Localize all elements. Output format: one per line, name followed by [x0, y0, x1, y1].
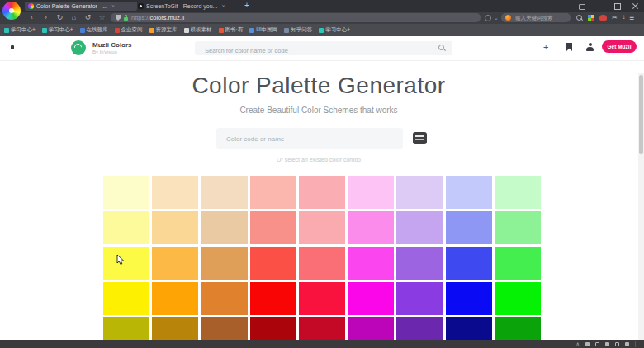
palette-swatch[interactable]	[201, 247, 247, 280]
minimize-button[interactable]	[596, 2, 604, 10]
star-icon[interactable]: ☆	[96, 12, 108, 23]
page-scrollbar[interactable]	[638, 73, 644, 348]
close-button[interactable]	[632, 2, 640, 10]
extension-icon[interactable]	[485, 15, 491, 21]
address-bar[interactable]: https://colors.muz.li	[111, 13, 481, 22]
palette-swatch[interactable]	[250, 176, 296, 209]
get-muzli-button[interactable]: Get Muzli	[602, 40, 637, 53]
history-icon[interactable]: ↺	[82, 12, 94, 23]
bookmark-favicon	[4, 28, 9, 33]
palette-swatch[interactable]	[103, 247, 149, 280]
home-icon[interactable]: ⌂	[68, 12, 80, 23]
tab-close-icon[interactable]: ×	[221, 3, 225, 9]
palette-swatch[interactable]	[446, 282, 492, 315]
palette-swatch[interactable]	[348, 211, 394, 244]
palette-swatch[interactable]	[299, 211, 345, 244]
reload-icon[interactable]: ↻	[54, 12, 66, 23]
forward-icon[interactable]: ›	[40, 12, 52, 23]
site-search[interactable]	[195, 41, 452, 55]
tab-color-palette-generator[interactable]: Color Palette Generator - ... ×	[25, 2, 137, 11]
add-palette-button[interactable]: +	[543, 42, 548, 52]
bookmark-item[interactable]: 学习中心+	[319, 26, 350, 34]
scissors-extension-icon[interactable]: ✂	[612, 15, 618, 21]
palette-swatch[interactable]	[396, 211, 443, 244]
network-icon[interactable]	[595, 342, 599, 346]
palette-swatch[interactable]	[446, 211, 492, 244]
back-icon[interactable]: ‹	[26, 12, 38, 23]
bookmark-item[interactable]: 企业空间	[115, 26, 143, 34]
palette-swatch[interactable]	[396, 176, 443, 209]
image-picker-button[interactable]	[413, 132, 427, 144]
popout-icon[interactable]	[579, 4, 585, 10]
palette-swatch[interactable]	[348, 247, 394, 280]
palette-swatch[interactable]	[152, 282, 198, 315]
screen: Color Palette Generator - ... × ScreenTo…	[0, 0, 644, 348]
bookmark-item[interactable]: 学习中心+	[42, 26, 73, 34]
tray-app-icon[interactable]	[585, 342, 590, 346]
maximize-button[interactable]	[614, 2, 622, 10]
cloud-extension-icon[interactable]	[599, 15, 607, 21]
palette-swatch[interactable]	[201, 282, 247, 315]
muzli-logo[interactable]	[71, 40, 86, 55]
palette-swatch[interactable]	[396, 247, 443, 280]
new-tab-button[interactable]: +	[244, 1, 249, 11]
bookmark-icon[interactable]	[566, 43, 572, 51]
palette-swatch[interactable]	[446, 176, 492, 209]
palette-swatch[interactable]	[299, 282, 345, 315]
tab-close-icon[interactable]: ×	[111, 3, 115, 9]
browser-search-box[interactable]	[501, 13, 571, 22]
palette-swatch[interactable]	[250, 247, 296, 280]
palette-swatch[interactable]	[250, 211, 296, 244]
sidebar-toggle-icon[interactable]	[11, 45, 14, 49]
palette-swatch[interactable]	[103, 176, 149, 209]
bookmark-item[interactable]: 知乎问答	[284, 26, 312, 34]
color-code-input[interactable]	[216, 128, 391, 149]
browser-search-input[interactable]	[514, 14, 566, 21]
search-icon[interactable]	[575, 14, 583, 21]
hamburger-menu-icon[interactable]: ≡	[630, 14, 635, 22]
palette-swatch[interactable]	[299, 247, 345, 280]
palette-swatch[interactable]	[103, 211, 149, 244]
palette-swatch[interactable]	[152, 176, 198, 209]
search-icon[interactable]	[438, 45, 446, 52]
bookmark-item[interactable]: UI中国网	[249, 26, 277, 34]
browser-logo	[2, 2, 21, 20]
battery-icon[interactable]	[615, 342, 619, 346]
page-subtitle: Create Beautiful Color Schemes that work…	[0, 106, 637, 115]
brand-name[interactable]: Muzli Colors	[92, 41, 132, 49]
palette-swatch[interactable]	[299, 176, 345, 209]
download-icon[interactable]: ↓	[623, 14, 626, 21]
palette-swatch[interactable]	[495, 176, 541, 209]
palette-swatch[interactable]	[250, 282, 296, 315]
grid-extension-icon[interactable]	[588, 15, 594, 21]
bookmark-label: 知乎问答	[291, 26, 312, 34]
bookmark-item[interactable]: 在线题库	[80, 26, 108, 34]
user-icon[interactable]	[586, 43, 594, 51]
browser-navbar: ‹ › ↻ ⌂ ↺ ☆ https://colors.muz.li ⌄ ✂ ↓ …	[0, 12, 644, 24]
palette-swatch[interactable]	[348, 282, 394, 315]
palette-swatch[interactable]	[495, 211, 541, 244]
palette-swatch[interactable]	[152, 247, 198, 280]
tray-chevron-icon[interactable]: ∧	[576, 341, 580, 346]
volume-icon[interactable]	[605, 342, 609, 346]
bookmark-item[interactable]: 模板素材	[184, 26, 212, 34]
shield-icon[interactable]	[116, 15, 121, 21]
palette-swatch[interactable]	[396, 282, 443, 315]
bookmark-item[interactable]: 图书·有	[219, 26, 244, 34]
palette-swatch[interactable]	[201, 176, 247, 209]
chevron-down-icon[interactable]: ⌄	[494, 15, 499, 21]
show-desktop-button[interactable]	[635, 341, 636, 347]
scrollbar-thumb[interactable]	[639, 75, 643, 154]
palette-swatch[interactable]	[495, 282, 541, 315]
palette-swatch[interactable]	[152, 211, 198, 244]
bookmark-item[interactable]: 学习中心+	[4, 26, 36, 34]
site-search-input[interactable]	[195, 44, 428, 58]
palette-swatch[interactable]	[103, 282, 149, 315]
tab-screentogif[interactable]: ScreenToGif - Record you... ×	[135, 2, 245, 11]
palette-swatch[interactable]	[201, 211, 247, 244]
palette-swatch[interactable]	[446, 247, 492, 280]
bookmark-item[interactable]: 资源宝库	[149, 26, 178, 34]
notification-icon[interactable]	[625, 342, 629, 346]
palette-swatch[interactable]	[495, 247, 541, 280]
palette-swatch[interactable]	[348, 176, 394, 209]
